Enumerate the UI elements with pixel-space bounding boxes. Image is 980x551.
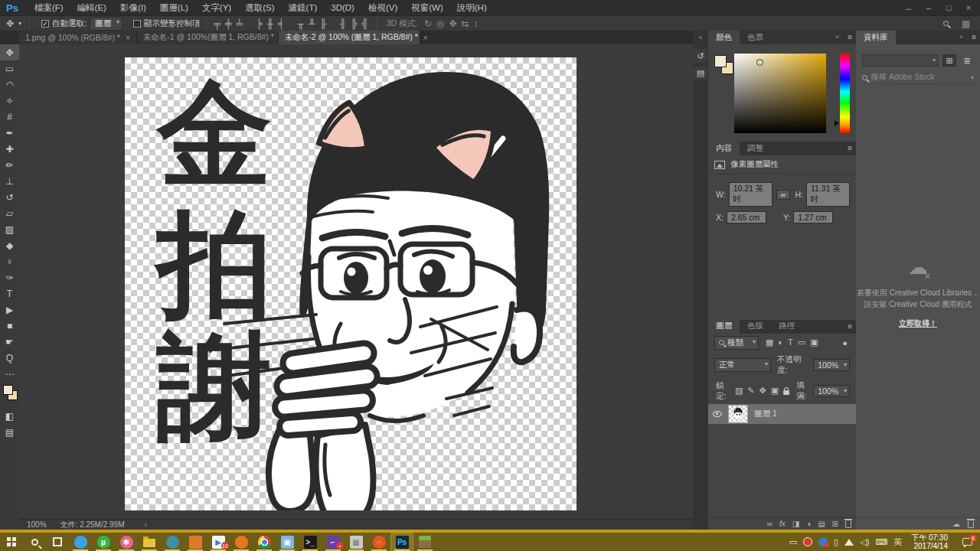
expand-panels-icon[interactable]: « [698,34,702,41]
history-panel-icon[interactable]: ↺ [694,49,707,63]
menu-help[interactable]: 說明(H) [450,2,494,14]
workspace-arrows-icon[interactable]: ↔ [899,3,919,12]
zoom-tool[interactable]: Q [0,350,19,366]
lock-transparency-icon[interactable]: ▨ [735,386,743,396]
menu-file[interactable]: 檔案(F) [28,2,70,14]
doc-tab-1[interactable]: 1.png @ 100% (RGB/8#) *× [19,31,137,44]
layer-group-icon[interactable]: ▤ [818,520,825,528]
layer-effects-icon[interactable]: fx [779,520,786,528]
align-horizontal-centers-icon[interactable]: ╫ [267,19,274,28]
gradient-tool[interactable]: ▨ [0,221,19,237]
twitch-app[interactable]: ⌐• [322,533,345,551]
menu-edit[interactable]: 編輯(E) [70,2,113,14]
saturation-brightness-picker[interactable] [734,54,826,133]
fill-field[interactable]: 100% [813,385,850,397]
filter-shape-icon[interactable]: ▭ [798,337,805,347]
pen-tool[interactable]: ✑ [0,269,19,285]
menu-layer[interactable]: 圖層(L) [153,2,195,14]
search-icon[interactable] [943,21,949,26]
screenshot-app[interactable]: ▦ [345,533,368,551]
clone-stamp-tool[interactable]: ⊥ [0,173,19,189]
delete-layer-icon[interactable] [845,521,851,528]
library-search-input[interactable]: 搜尋 Adobe Stock ▾ [862,71,974,84]
tray-wifi-icon[interactable] [844,539,854,546]
layer-thumbnail[interactable] [728,405,748,423]
tab-color[interactable]: 顏色 [708,31,740,45]
library-delete-icon[interactable] [968,521,974,528]
opacity-field[interactable]: 100% [813,359,850,371]
status-expand-arrow-icon[interactable]: › [145,520,147,529]
tab-properties[interactable]: 內容 [708,142,740,156]
type-tool[interactable]: T [0,285,19,302]
ubuntu-app[interactable]: ◌ [368,533,390,551]
link-dimensions-icon[interactable]: ∞ [776,190,789,200]
filter-smartobject-icon[interactable]: ▣ [810,337,818,347]
edit-toolbar-button[interactable]: ⋯ [0,366,19,382]
distribute-right-icon[interactable]: ╢ [339,19,346,28]
canvas-artwork[interactable]: 金 拍 謝 [125,57,577,510]
terminal-app[interactable]: >_ [299,533,322,551]
cc-sync-icon[interactable]: ☁ [952,520,960,528]
color-picker-marker[interactable] [756,59,763,66]
zoom-level-field[interactable]: 100% [27,520,47,529]
menu-select[interactable]: 選取(S) [238,2,281,14]
contacts-app[interactable]: ▣ [276,533,299,551]
tray-keyboard-icon[interactable]: ⌨ [875,537,887,547]
get-creative-cloud-link[interactable]: 立即取得！ [899,318,937,329]
menu-type[interactable]: 文字(Y) [195,2,238,14]
align-right-edges-icon[interactable]: ╡ [278,19,285,28]
lock-all-icon[interactable] [783,390,789,395]
tray-plug-icon[interactable]: ▯ [834,537,838,547]
lock-paint-icon[interactable]: ✎ [747,386,754,396]
auto-select-checkbox[interactable]: ✓ [41,20,49,28]
brush-tool[interactable]: ✏ [0,157,19,173]
close-button[interactable]: × [959,3,978,12]
marquee-tool[interactable]: ▭ [0,60,19,77]
menu-window[interactable]: 視窗(W) [404,2,450,14]
distribute-top-icon[interactable]: ╥ [298,19,305,28]
tray-window-icon[interactable]: ▭ [789,537,797,547]
action-center-button[interactable]: 8 [957,533,977,551]
library-select-dropdown[interactable] [862,54,939,67]
messenger-app[interactable] [69,533,92,551]
photos-app[interactable]: ✽ [115,533,138,551]
file-explorer[interactable] [138,533,161,551]
restore-button[interactable]: □ [939,3,959,12]
new-layer-icon[interactable]: ⊞ [832,520,838,528]
tab-adjustments[interactable]: 調整 [740,142,771,156]
grid-view-button[interactable]: ⊞ [942,54,956,67]
tab-layers[interactable]: 圖層 [708,319,740,334]
distribute-width-icon[interactable]: ╠ [351,19,358,28]
healing-brush-tool[interactable]: ✚ [0,141,19,157]
filter-toggle-icon[interactable]: ● [842,338,848,347]
clone-source-panel-icon[interactable]: ▤ [694,66,707,80]
width-field[interactable]: 10.21 英吋 [729,182,773,207]
lasso-tool[interactable]: ◠ [0,77,19,93]
layer-mask-icon[interactable]: ◨ [792,520,799,528]
collapse-dock-icon[interactable]: » [835,33,839,41]
screen-mode-button[interactable]: ▤ [0,424,19,440]
media-player-app[interactable]: ▶10 [207,533,230,551]
tray-alert-app-icon[interactable] [818,537,828,546]
list-view-button[interactable]: ≣ [960,54,974,67]
hue-slider-marker[interactable] [835,120,839,126]
orange-app[interactable] [184,533,207,551]
history-brush-tool[interactable]: ↺ [0,189,19,205]
search-button[interactable] [23,533,46,551]
collapse-dock-icon[interactable]: » [959,33,963,41]
tab-paths[interactable]: 路徑 [771,319,802,334]
tool-preset-arrow-icon[interactable]: ▾ [18,21,21,27]
3d-roll-icon[interactable]: ◎ [436,19,444,28]
path-selection-tool[interactable]: ▶ [0,302,19,318]
doc-tab-3[interactable]: 未命名-2 @ 100% (圖層 1, RGB/8#) *× [279,31,420,44]
layer-row[interactable]: 圖層 1 [708,404,856,424]
photoshop-app[interactable]: Ps [390,533,413,551]
filter-pixel-icon[interactable]: ▦ [766,337,773,347]
menu-view[interactable]: 檢視(V) [361,2,404,14]
3d-slide-icon[interactable]: ⇆ [462,19,469,28]
blend-mode-dropdown[interactable]: 正常 [714,358,771,372]
y-field[interactable]: 1.27 cm [793,211,833,223]
pasteboard[interactable]: 金 拍 謝 [19,44,693,519]
3d-rotate-icon[interactable]: ↻ [424,19,432,28]
crop-tool[interactable]: # [0,109,19,125]
